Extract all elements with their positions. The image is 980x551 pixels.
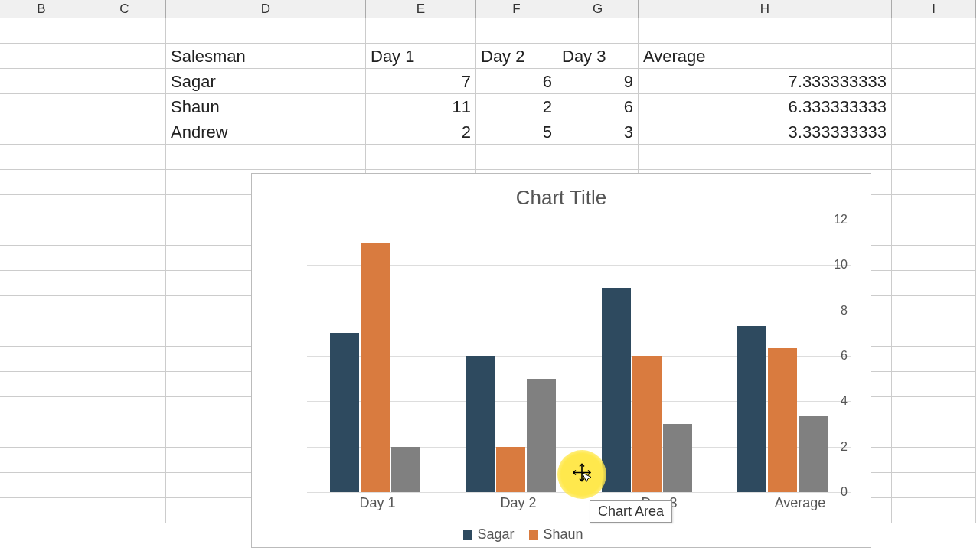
- col-header[interactable]: I: [892, 0, 976, 18]
- cell[interactable]: [892, 347, 976, 372]
- cell[interactable]: [0, 473, 83, 498]
- cell[interactable]: [892, 44, 976, 69]
- cell[interactable]: [83, 170, 166, 195]
- cell[interactable]: [366, 18, 476, 44]
- cell[interactable]: [892, 145, 976, 170]
- bar-andrew[interactable]: [391, 447, 420, 492]
- col-header[interactable]: E: [366, 0, 476, 18]
- cell[interactable]: [892, 372, 976, 397]
- cell[interactable]: 5: [476, 119, 557, 145]
- cell[interactable]: [83, 246, 166, 271]
- cell[interactable]: Day 3: [557, 44, 639, 69]
- col-header[interactable]: B: [0, 0, 83, 18]
- bar-shaun[interactable]: [632, 356, 662, 492]
- cell[interactable]: 3: [557, 119, 639, 145]
- cell[interactable]: [83, 372, 166, 397]
- cell[interactable]: [83, 347, 166, 372]
- cell[interactable]: [83, 18, 166, 44]
- cell[interactable]: [83, 220, 166, 246]
- cell[interactable]: [892, 18, 976, 44]
- cell[interactable]: [0, 422, 83, 448]
- cell[interactable]: [366, 145, 476, 170]
- cell[interactable]: 2: [476, 94, 557, 119]
- cell[interactable]: [83, 397, 166, 422]
- cell[interactable]: 3.333333333: [639, 119, 892, 145]
- chart-legend[interactable]: Sagar Shaun Andrew: [252, 527, 871, 543]
- cell[interactable]: [83, 498, 166, 523]
- cell[interactable]: [0, 448, 83, 473]
- cell[interactable]: [0, 271, 83, 296]
- cell[interactable]: [0, 397, 83, 422]
- cell[interactable]: 9: [557, 69, 639, 94]
- cell[interactable]: [83, 321, 166, 347]
- cell[interactable]: [892, 296, 976, 321]
- cell[interactable]: [0, 170, 83, 195]
- col-header[interactable]: F: [476, 0, 557, 18]
- cell[interactable]: [83, 44, 166, 69]
- cell[interactable]: [476, 145, 557, 170]
- cell[interactable]: [83, 473, 166, 498]
- cell[interactable]: [83, 271, 166, 296]
- cell[interactable]: [83, 422, 166, 448]
- cell[interactable]: [83, 145, 166, 170]
- cell[interactable]: [892, 246, 976, 271]
- cell[interactable]: [0, 119, 83, 145]
- cell[interactable]: [557, 18, 639, 44]
- col-header[interactable]: D: [166, 0, 366, 18]
- cell[interactable]: 2: [366, 119, 476, 145]
- cell[interactable]: [0, 296, 83, 321]
- cell[interactable]: 6: [476, 69, 557, 94]
- legend-item-sagar[interactable]: Sagar: [463, 527, 514, 543]
- cell[interactable]: [892, 195, 976, 220]
- bar-shaun[interactable]: [768, 348, 797, 492]
- cell[interactable]: Sagar: [166, 69, 366, 94]
- cell[interactable]: [892, 220, 976, 246]
- plot-area[interactable]: 024681012: [284, 220, 851, 492]
- cell[interactable]: Day 1: [366, 44, 476, 69]
- cell[interactable]: Shaun: [166, 94, 366, 119]
- cell[interactable]: [0, 246, 83, 271]
- cell[interactable]: 11: [366, 94, 476, 119]
- cell[interactable]: [892, 94, 976, 119]
- cell[interactable]: [0, 347, 83, 372]
- cell[interactable]: [166, 145, 366, 170]
- cell[interactable]: [0, 372, 83, 397]
- cell[interactable]: [0, 145, 83, 170]
- cell[interactable]: [83, 94, 166, 119]
- cell[interactable]: [892, 397, 976, 422]
- bar-andrew[interactable]: [663, 424, 692, 492]
- cell[interactable]: [892, 422, 976, 448]
- bar-shaun[interactable]: [361, 243, 390, 492]
- cell[interactable]: [83, 69, 166, 94]
- cell[interactable]: Average: [639, 44, 892, 69]
- cell[interactable]: [0, 94, 83, 119]
- legend-item-shaun[interactable]: Shaun: [529, 527, 583, 543]
- cell[interactable]: [166, 18, 366, 44]
- cell[interactable]: [639, 145, 892, 170]
- cell[interactable]: [83, 195, 166, 220]
- bar-sagar[interactable]: [602, 288, 631, 492]
- cell[interactable]: [892, 271, 976, 296]
- col-header[interactable]: G: [557, 0, 639, 18]
- col-header[interactable]: C: [83, 0, 166, 18]
- cell[interactable]: [892, 69, 976, 94]
- cell[interactable]: 6.333333333: [639, 94, 892, 119]
- bar-sagar[interactable]: [737, 326, 766, 492]
- cell[interactable]: [892, 498, 976, 523]
- cell[interactable]: [557, 145, 639, 170]
- cell[interactable]: [892, 448, 976, 473]
- cell[interactable]: [892, 473, 976, 498]
- cell[interactable]: [0, 69, 83, 94]
- cell[interactable]: [83, 119, 166, 145]
- bar-andrew[interactable]: [799, 416, 828, 492]
- cell[interactable]: [0, 18, 83, 44]
- bar-sagar[interactable]: [330, 333, 359, 492]
- cell[interactable]: [0, 321, 83, 347]
- chart-area[interactable]: Chart Title 024681012 Day 1 Day 2 Day 3 …: [251, 173, 871, 548]
- cell[interactable]: [892, 321, 976, 347]
- cell[interactable]: [83, 296, 166, 321]
- cell[interactable]: 7.333333333: [639, 69, 892, 94]
- bar-shaun[interactable]: [496, 447, 525, 492]
- cell[interactable]: [0, 44, 83, 69]
- cell[interactable]: [0, 195, 83, 220]
